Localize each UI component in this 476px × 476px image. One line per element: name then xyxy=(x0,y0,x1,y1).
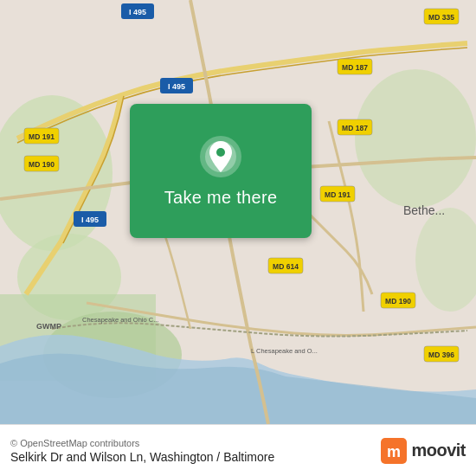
svg-text:MD 614: MD 614 xyxy=(273,262,299,271)
svg-text:MD 190: MD 190 xyxy=(29,160,55,169)
copyright-text: © OpenStreetMap contributors xyxy=(10,438,274,448)
svg-text:MD 191: MD 191 xyxy=(29,132,55,141)
bottom-bar: © OpenStreetMap contributors Selkirk Dr … xyxy=(0,424,476,476)
svg-text:GWMP: GWMP xyxy=(36,322,61,331)
svg-text:I 495: I 495 xyxy=(81,215,99,224)
svg-text:MD 191: MD 191 xyxy=(325,190,351,199)
svg-point-5 xyxy=(355,69,476,208)
svg-point-37 xyxy=(216,148,225,157)
svg-text:MD 187: MD 187 xyxy=(342,124,368,132)
svg-text:Bethe...: Bethe... xyxy=(403,203,445,217)
svg-text:L Chesapeake and O...: L Chesapeake and O... xyxy=(251,347,318,355)
location-label: Selkirk Dr and Wilson Ln, Washington / B… xyxy=(10,450,274,464)
svg-text:I 495: I 495 xyxy=(129,8,146,16)
svg-text:m: m xyxy=(387,443,401,460)
svg-text:MD 190: MD 190 xyxy=(385,297,411,306)
svg-text:Chesapeake and Ohio C...: Chesapeake and Ohio C... xyxy=(82,316,158,324)
take-me-there-button[interactable]: Take me there xyxy=(164,188,278,208)
location-card[interactable]: Take me there xyxy=(130,104,312,238)
moovit-m-icon: m xyxy=(381,438,407,464)
moovit-logo[interactable]: m moovit xyxy=(381,438,466,464)
svg-text:MD 396: MD 396 xyxy=(428,351,454,359)
bottom-left-info: © OpenStreetMap contributors Selkirk Dr … xyxy=(10,438,274,464)
svg-text:MD 335: MD 335 xyxy=(428,13,454,22)
map-container: I 495 I 495 I 495 MD 191 MD 190 MD 187 M… xyxy=(0,0,476,424)
svg-text:I 495: I 495 xyxy=(168,82,185,91)
moovit-text: moovit xyxy=(411,441,466,460)
svg-text:MD 187: MD 187 xyxy=(342,63,368,72)
location-pin-icon xyxy=(198,134,243,179)
